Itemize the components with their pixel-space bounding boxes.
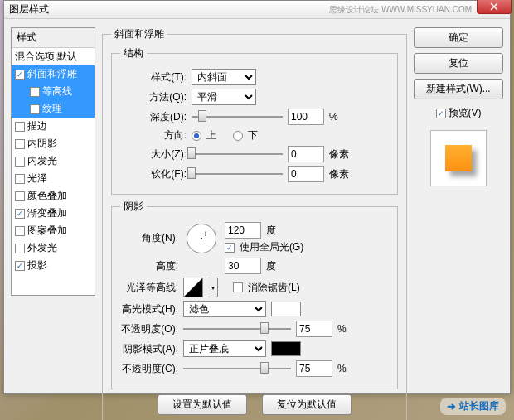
style-select[interactable]: 内斜面	[192, 69, 256, 85]
new-style-button[interactable]: 新建样式(W)...	[414, 79, 503, 99]
action-column: 确定 复位 新建样式(W)... 预览(V)	[414, 27, 503, 385]
style-item-8[interactable]: 渐变叠加	[12, 205, 95, 222]
shadow-mode-select[interactable]: 正片叠底	[183, 340, 266, 357]
close-icon	[490, 2, 498, 11]
altitude-unit: 度	[266, 259, 276, 273]
preview-checkbox[interactable]	[436, 109, 446, 118]
antialiased-checkbox[interactable]	[233, 282, 243, 292]
bevel-emboss-title: 斜面和浮雕	[111, 27, 167, 41]
depth-label: 深度(D):	[120, 110, 187, 124]
blend-options-row[interactable]: 混合选项:默认	[12, 48, 95, 65]
contour-label: 光泽等高线:	[120, 281, 178, 295]
shadow-mode-label: 阴影模式(A):	[120, 342, 178, 356]
style-checkbox[interactable]	[15, 261, 25, 271]
angle-label: 角度(N):	[120, 231, 178, 245]
angle-input[interactable]	[225, 222, 261, 239]
window-title: 图层样式	[9, 2, 329, 17]
style-checkbox[interactable]	[15, 70, 25, 80]
layer-style-dialog: 图层样式 思缘设计论坛 WWW.MISSYUAN.COM 样式 混合选项:默认 …	[3, 0, 511, 394]
style-label: 内发光	[27, 154, 57, 168]
style-item-10[interactable]: 外发光	[12, 239, 95, 257]
settings-column: 斜面和浮雕 结构 样式(T): 内斜面 方法(Q): 平滑 深度(D):	[102, 27, 407, 385]
style-checkbox[interactable]	[15, 139, 25, 149]
make-default-button[interactable]: 设置为默认值	[158, 394, 247, 415]
pct-unit-2: %	[337, 363, 347, 374]
cancel-button[interactable]: 复位	[414, 53, 503, 74]
shadow-color-swatch[interactable]	[271, 341, 301, 356]
shadow-opacity-label: 不透明度(C):	[120, 362, 178, 376]
styles-header: 样式	[12, 28, 95, 48]
style-item-7[interactable]: 颜色叠加	[12, 187, 95, 205]
direction-down-label: 下	[248, 128, 258, 142]
default-buttons-row: 设置为默认值 复位为默认值	[111, 394, 398, 415]
angle-unit: 度	[266, 224, 276, 238]
soften-slider[interactable]	[192, 167, 283, 181]
highlight-color-swatch[interactable]	[271, 302, 301, 316]
altitude-input[interactable]	[225, 258, 261, 274]
style-label: 光泽	[27, 171, 47, 186]
highlight-mode-select[interactable]: 滤色	[183, 301, 266, 317]
style-label: 样式(T):	[120, 70, 187, 84]
style-item-3[interactable]: 描边	[12, 118, 95, 135]
size-input[interactable]	[288, 146, 324, 162]
styles-column: 样式 混合选项:默认 斜面和浮雕等高线纹理描边内阴影内发光光泽颜色叠加渐变叠加图…	[11, 27, 95, 385]
preview-label: 预览(V)	[449, 106, 482, 120]
style-item-0[interactable]: 斜面和浮雕	[12, 65, 95, 83]
style-checkbox[interactable]	[15, 244, 25, 253]
shadow-opacity-input[interactable]	[296, 360, 332, 377]
style-item-9[interactable]: 图案叠加	[12, 222, 95, 239]
style-checkbox[interactable]	[15, 209, 25, 219]
watermark-text: 思缘设计论坛 WWW.MISSYUAN.COM	[329, 4, 472, 16]
style-item-5[interactable]: 内发光	[12, 152, 95, 170]
style-item-1[interactable]: 等高线	[12, 83, 95, 100]
altitude-label: 高度:	[120, 259, 178, 273]
shading-title: 阴影	[120, 200, 147, 214]
structure-group: 结构 样式(T): 内斜面 方法(Q): 平滑 深度(D): %	[111, 46, 398, 195]
style-item-2[interactable]: 纹理	[12, 100, 95, 118]
style-checkbox[interactable]	[30, 87, 40, 97]
contour-swatch[interactable]	[183, 278, 203, 297]
preview-box	[430, 130, 487, 186]
method-select[interactable]: 平滑	[192, 89, 256, 105]
style-label: 外发光	[27, 241, 57, 255]
blend-options-label: 混合选项:默认	[15, 50, 77, 64]
highlight-opacity-label: 不透明度(O):	[120, 322, 178, 336]
style-checkbox[interactable]	[15, 174, 25, 184]
soften-unit: 像素	[329, 167, 349, 181]
style-item-4[interactable]: 内阴影	[12, 135, 95, 152]
contour-dropdown[interactable]: ▾	[208, 278, 218, 297]
size-slider[interactable]	[192, 147, 283, 161]
close-button[interactable]	[477, 0, 512, 14]
shading-group: 阴影 角度(N): + 度 使用全局光(G)	[111, 200, 398, 389]
style-label: 等高线	[42, 84, 72, 99]
style-label: 斜面和浮雕	[27, 67, 77, 81]
style-checkbox[interactable]	[15, 191, 25, 201]
highlight-opacity-input[interactable]	[296, 321, 332, 337]
soften-label: 软化(F):	[120, 167, 187, 181]
angle-dial[interactable]: +	[187, 224, 216, 253]
direction-down-radio[interactable]	[233, 131, 243, 141]
ok-button[interactable]: 确定	[414, 27, 503, 48]
titlebar: 图层样式 思缘设计论坛 WWW.MISSYUAN.COM	[4, 1, 510, 19]
soften-input[interactable]	[288, 166, 324, 182]
style-checkbox[interactable]	[15, 226, 25, 236]
footer-logo: 站长图库	[440, 398, 506, 415]
style-label: 渐变叠加	[27, 206, 67, 220]
style-item-11[interactable]: 投影	[12, 257, 95, 274]
bevel-emboss-group: 斜面和浮雕 结构 样式(T): 内斜面 方法(Q): 平滑 深度(D):	[102, 27, 407, 420]
global-light-checkbox[interactable]	[225, 243, 235, 253]
styles-list: 样式 混合选项:默认 斜面和浮雕等高线纹理描边内阴影内发光光泽颜色叠加渐变叠加图…	[11, 27, 95, 296]
style-label: 图案叠加	[27, 224, 67, 238]
style-label: 内阴影	[27, 137, 57, 151]
reset-default-button[interactable]: 复位为默认值	[262, 394, 352, 415]
highlight-opacity-slider[interactable]	[183, 322, 291, 336]
style-checkbox[interactable]	[30, 104, 40, 114]
depth-slider[interactable]	[192, 110, 283, 123]
depth-input[interactable]	[288, 109, 324, 125]
style-checkbox[interactable]	[15, 157, 25, 167]
style-checkbox[interactable]	[15, 122, 25, 132]
shadow-opacity-slider[interactable]	[183, 362, 291, 375]
style-item-6[interactable]: 光泽	[12, 170, 95, 187]
style-label: 描边	[27, 119, 47, 133]
direction-up-radio[interactable]	[192, 131, 201, 141]
